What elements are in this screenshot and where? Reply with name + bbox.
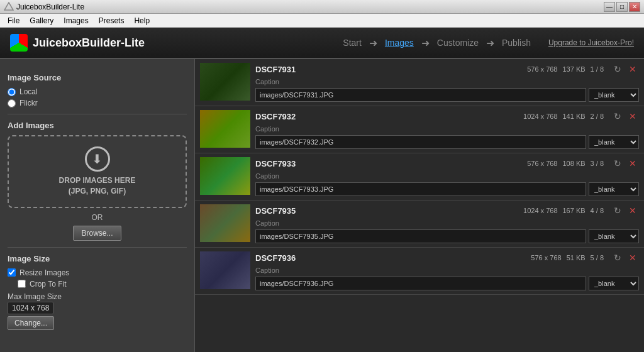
radio-flickr[interactable]: Flickr [8,99,187,107]
link-row-dscf7931: _blank [255,88,639,102]
image-meta-dscf7933: 576 x 768 108 KB 3 / 8 ↻ ✕ [527,157,639,170]
image-name-dscf7932: DSCF7932 [255,112,519,121]
image-list: DSCF7931 576 x 768 137 KB 1 / 8 ↻ ✕ Capt… [195,59,644,352]
link-row-dscf7935: _blank [255,229,639,243]
caption-label-dscf7932: Caption [255,125,639,133]
drop-icon: ⬇ [85,146,110,172]
link-input-dscf7936[interactable] [255,277,586,290]
menu-help[interactable]: Help [129,15,155,26]
delete-btn-dscf7931[interactable]: ✕ [626,63,639,75]
main-layout: Image Source Local Flickr Add Images ⬇ D… [0,59,644,352]
caption-label-dscf7935: Caption [255,219,639,227]
link-row-dscf7932: _blank [255,135,639,149]
thumb-wrap-dscf7935 [200,204,250,242]
delete-btn-dscf7936[interactable]: ✕ [626,251,639,264]
image-item-dscf7931: DSCF7931 576 x 768 137 KB 1 / 8 ↻ ✕ Capt… [195,59,644,106]
delete-btn-dscf7933[interactable]: ✕ [626,157,639,170]
meta-dims-dscf7936: 576 x 768 [531,254,561,261]
workflow-step-customize[interactable]: Customize [432,35,484,50]
target-select-dscf7931[interactable]: _blank [589,88,639,102]
logo-text: JuiceboxBuilder-Lite [33,36,145,50]
image-details-dscf7936: DSCF7936 576 x 768 51 KB 5 / 8 ↻ ✕ Capti… [255,251,639,290]
action-btns-dscf7933: ↻ ✕ [611,157,639,170]
rotate-btn-dscf7935[interactable]: ↻ [611,204,624,217]
svg-marker-0 [4,3,13,10]
meta-pos-dscf7935: 4 / 8 [591,207,604,214]
image-source-group: Local Flickr [8,87,187,107]
meta-size-dscf7935: 167 KB [563,207,586,214]
meta-size-dscf7936: 51 KB [567,254,586,261]
image-meta-dscf7932: 1024 x 768 141 KB 2 / 8 ↻ ✕ [523,110,639,123]
image-name-row-dscf7931: DSCF7931 576 x 768 137 KB 1 / 8 ↻ ✕ [255,63,639,75]
arrow-3: ➜ [486,37,494,49]
rotate-btn-dscf7933[interactable]: ↻ [611,157,624,170]
drop-text: DROP IMAGES HERE (JPG, PNG, GIF) [19,175,175,197]
link-input-dscf7931[interactable] [255,88,586,102]
image-source-title: Image Source [8,73,187,82]
menu-images[interactable]: Images [58,15,93,26]
image-name-dscf7931: DSCF7931 [255,65,523,74]
radio-local-label: Local [19,87,38,96]
link-input-dscf7935[interactable] [255,229,586,243]
image-meta-dscf7935: 1024 x 768 167 KB 4 / 8 ↻ ✕ [523,204,639,217]
target-select-dscf7936[interactable]: _blank [589,277,639,290]
rotate-btn-dscf7932[interactable]: ↻ [611,110,624,123]
workflow-step-images[interactable]: Images [380,35,419,50]
thumb-wrap-dscf7936 [200,251,250,289]
image-name-row-dscf7932: DSCF7932 1024 x 768 141 KB 2 / 8 ↻ ✕ [255,110,639,123]
image-meta-dscf7936: 576 x 768 51 KB 5 / 8 ↻ ✕ [531,251,639,264]
meta-pos-dscf7933: 3 / 8 [591,160,604,167]
target-select-dscf7935[interactable]: _blank [589,229,639,243]
arrow-2: ➜ [421,37,430,49]
thumb-dscf7932 [200,110,250,148]
menu-file[interactable]: File [3,15,25,26]
thumb-wrap-dscf7933 [200,157,250,195]
meta-dims-dscf7933: 576 x 768 [527,160,557,167]
resize-checkbox[interactable] [8,268,16,277]
image-name-row-dscf7936: DSCF7936 576 x 768 51 KB 5 / 8 ↻ ✕ [255,251,639,264]
crop-label: Crop To Fit [30,280,66,289]
delete-btn-dscf7935[interactable]: ✕ [626,204,639,217]
menu-presets[interactable]: Presets [94,15,130,26]
target-select-dscf7933[interactable]: _blank [589,182,639,196]
link-row-dscf7933: _blank [255,182,639,196]
upgrade-link[interactable]: Upgrade to Juicebox-Pro! [548,38,634,47]
link-input-dscf7933[interactable] [255,182,586,196]
crop-checkbox[interactable] [18,280,26,288]
delete-btn-dscf7932[interactable]: ✕ [626,110,639,123]
rotate-btn-dscf7936[interactable]: ↻ [611,251,624,264]
meta-size-dscf7933: 108 KB [563,160,586,167]
caption-label-dscf7936: Caption [255,267,639,274]
menu-gallery[interactable]: Gallery [25,15,58,26]
action-btns-dscf7935: ↻ ✕ [611,204,639,217]
workflow-step-start[interactable]: Start [338,35,367,50]
radio-local-input[interactable] [8,88,16,96]
thumb-dscf7935 [200,204,250,242]
restore-button[interactable]: □ [616,2,628,12]
thumb-dscf7936 [200,251,250,289]
minimize-button[interactable]: — [604,2,615,12]
workflow-step-publish[interactable]: Publish [497,35,536,50]
meta-dims-dscf7935: 1024 x 768 [523,207,557,214]
link-input-dscf7932[interactable] [255,135,586,149]
browse-button[interactable]: Browse... [73,226,121,241]
action-btns-dscf7932: ↻ ✕ [611,110,639,123]
close-button[interactable]: ✕ [629,2,640,12]
target-select-dscf7932[interactable]: _blank [589,135,639,149]
radio-local[interactable]: Local [8,87,187,96]
radio-flickr-input[interactable] [8,99,16,107]
sidebar: Image Source Local Flickr Add Images ⬇ D… [0,59,195,352]
meta-size-dscf7931: 137 KB [563,65,586,73]
change-button[interactable]: Change... [8,316,54,330]
meta-pos-dscf7936: 5 / 8 [591,254,604,261]
image-meta-dscf7931: 576 x 768 137 KB 1 / 8 ↻ ✕ [527,63,639,75]
thumb-wrap-dscf7932 [200,110,250,148]
image-item-dscf7936: DSCF7936 576 x 768 51 KB 5 / 8 ↻ ✕ Capti… [195,248,644,295]
drop-zone[interactable]: ⬇ DROP IMAGES HERE (JPG, PNG, GIF) [8,135,187,208]
rotate-btn-dscf7931[interactable]: ↻ [611,63,624,75]
image-details-dscf7935: DSCF7935 1024 x 768 167 KB 4 / 8 ↻ ✕ Cap… [255,204,639,243]
meta-dims-dscf7931: 576 x 768 [527,65,557,73]
caption-label-dscf7931: Caption [255,78,639,85]
titlebar: JuiceboxBuilder-Lite — □ ✕ [0,0,644,14]
image-name-row-dscf7935: DSCF7935 1024 x 768 167 KB 4 / 8 ↻ ✕ [255,204,639,217]
